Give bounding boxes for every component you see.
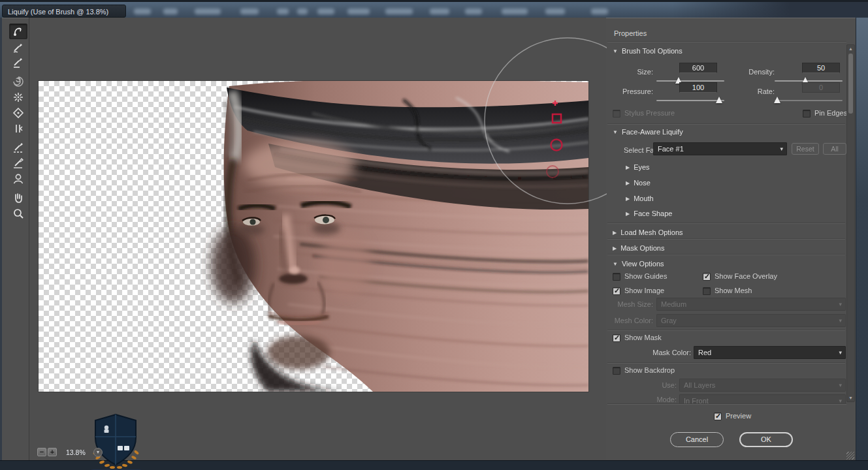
pucker-tool[interactable]	[9, 89, 27, 105]
preview-checkbox[interactable]	[714, 413, 722, 420]
push-left-tool[interactable]	[9, 121, 27, 136]
density-label: Density:	[730, 68, 775, 76]
mesh-size-dropdown: Medium▾	[656, 298, 846, 311]
liquified-portrait-image	[39, 81, 588, 392]
size-label: Size:	[607, 68, 653, 76]
image-canvas[interactable]	[39, 81, 588, 392]
section-face-aware-liquify[interactable]: ▼Face-Aware Liquify	[613, 128, 683, 136]
dialog-resize-grip[interactable]	[846, 452, 854, 460]
show-face-overlay-label: Show Face Overlay	[715, 272, 777, 280]
group-mouth[interactable]: ▶Mouth	[626, 195, 654, 202]
show-mesh-checkbox[interactable]	[703, 287, 711, 295]
divider	[607, 42, 846, 42]
section-load-mesh-options[interactable]: ▶Load Mesh Options	[613, 228, 683, 236]
thaw-mask-tool[interactable]	[9, 155, 27, 171]
reconstruct-brush-icon	[12, 40, 25, 54]
menu-item-blurred	[465, 8, 482, 14]
zoom-level-value: 13.8%	[66, 448, 86, 456]
ok-button[interactable]: OK	[739, 432, 793, 447]
pressure-slider[interactable]	[656, 97, 724, 104]
show-guides-label: Show Guides	[624, 272, 667, 280]
disclosure-closed-icon: ▶	[613, 245, 617, 251]
face-person-icon	[12, 172, 25, 185]
mesh-size-label: Mesh Size:	[606, 300, 653, 308]
dialog-title: Liquify (Use of Brush @ 13.8%)	[2, 5, 126, 18]
scroll-up-icon[interactable]: ▲	[847, 46, 854, 51]
twirl-clockwise-tool[interactable]	[9, 74, 27, 89]
disclosure-open-icon: ▼	[613, 129, 618, 135]
face-tool[interactable]	[9, 171, 27, 187]
show-backdrop-checkbox[interactable]	[613, 367, 620, 375]
pressure-input[interactable]: 100	[679, 82, 717, 93]
divider	[607, 124, 845, 125]
menu-item-blurred	[591, 8, 608, 14]
rate-slider[interactable]	[775, 97, 843, 104]
magnifier-icon	[12, 207, 25, 220]
group-label: Face Shape	[634, 210, 672, 217]
stylus-pressure-checkbox	[613, 110, 620, 118]
disclosure-open-icon: ▼	[613, 48, 618, 54]
hand-tool[interactable]	[9, 190, 27, 206]
zoom-in-button[interactable]: +	[48, 448, 57, 456]
zoom-level-dropdown[interactable]: ▾	[93, 448, 103, 457]
show-guides-checkbox[interactable]	[613, 273, 620, 281]
chevron-down-icon: ▾	[839, 298, 842, 310]
mesh-color-dropdown: Gray▾	[656, 314, 846, 327]
scroll-down-icon[interactable]: ▼	[847, 396, 854, 400]
chevron-down-icon: ▾	[780, 143, 783, 155]
section-mask-options[interactable]: ▶Mask Options	[613, 244, 664, 252]
show-backdrop-label: Show Backdrop	[624, 366, 675, 374]
group-label: Mouth	[634, 195, 654, 202]
pin-edges-checkbox[interactable]	[803, 110, 811, 118]
mask-color-label: Mask Color:	[626, 349, 691, 356]
divider	[607, 330, 845, 331]
stylus-pressure-label: Stylus Pressure	[624, 109, 675, 117]
mesh-color-label: Mesh Color:	[606, 317, 653, 324]
properties-scrollbar[interactable]: ▲ ▼	[846, 44, 855, 402]
pin-edges-label: Pin Edges	[814, 109, 847, 117]
zoom-tool[interactable]	[9, 206, 27, 221]
chevron-down-icon: ▾	[839, 347, 842, 358]
group-face-shape[interactable]: ▶Face Shape	[626, 210, 672, 217]
mesh-color-value: Gray	[661, 317, 677, 324]
chevron-down-icon: ▾	[839, 315, 842, 326]
use-value: All Layers	[684, 381, 715, 389]
show-face-overlay-checkbox[interactable]	[703, 273, 711, 281]
forward-warp-tool[interactable]	[9, 24, 27, 39]
section-label: Mask Options	[620, 244, 664, 252]
mask-color-dropdown[interactable]: Red▾	[694, 346, 846, 359]
group-nose[interactable]: ▶Nose	[626, 179, 651, 187]
section-view-options[interactable]: ▼View Options	[613, 260, 664, 268]
divider	[607, 223, 845, 224]
select-face-value: Face #1	[658, 145, 684, 153]
smooth-tool[interactable]	[9, 55, 27, 70]
scrollbar-thumb[interactable]	[848, 54, 853, 114]
all-button[interactable]: All	[823, 143, 846, 155]
show-mesh-label: Show Mesh	[715, 287, 752, 294]
section-label: Load Mesh Options	[620, 228, 683, 236]
preview-label: Preview	[726, 412, 751, 420]
properties-panel-title: Properties	[614, 29, 647, 37]
section-label: Brush Tool Options	[622, 47, 683, 55]
show-mask-checkbox[interactable]	[613, 334, 620, 342]
twirl-icon	[12, 75, 25, 88]
show-image-checkbox[interactable]	[613, 287, 620, 295]
menu-item-blurred	[277, 8, 289, 14]
select-face-dropdown[interactable]: Face #1▾	[653, 142, 787, 155]
bloat-tool[interactable]	[9, 105, 27, 121]
cancel-button[interactable]: Cancel	[670, 432, 724, 447]
size-input[interactable]: 600	[679, 63, 717, 73]
section-brush-tool-options[interactable]: ▼Brush Tool Options	[613, 47, 683, 55]
density-input[interactable]: 50	[802, 63, 840, 73]
group-eyes[interactable]: ▶Eyes	[626, 163, 650, 171]
reconstruct-tool[interactable]	[9, 39, 27, 55]
canvas-area[interactable]: − + 13.8% ▾	[29, 18, 606, 460]
freeze-mask-tool[interactable]	[9, 140, 27, 155]
zoom-out-button[interactable]: −	[37, 448, 46, 456]
use-dropdown: All Layers▾	[679, 379, 846, 392]
reset-button[interactable]: Reset	[792, 143, 819, 155]
menu-item-blurred	[297, 8, 308, 14]
show-mask-label: Show Mask	[624, 334, 662, 341]
menu-item-blurred	[163, 8, 178, 14]
menubar-shade	[672, 2, 868, 20]
